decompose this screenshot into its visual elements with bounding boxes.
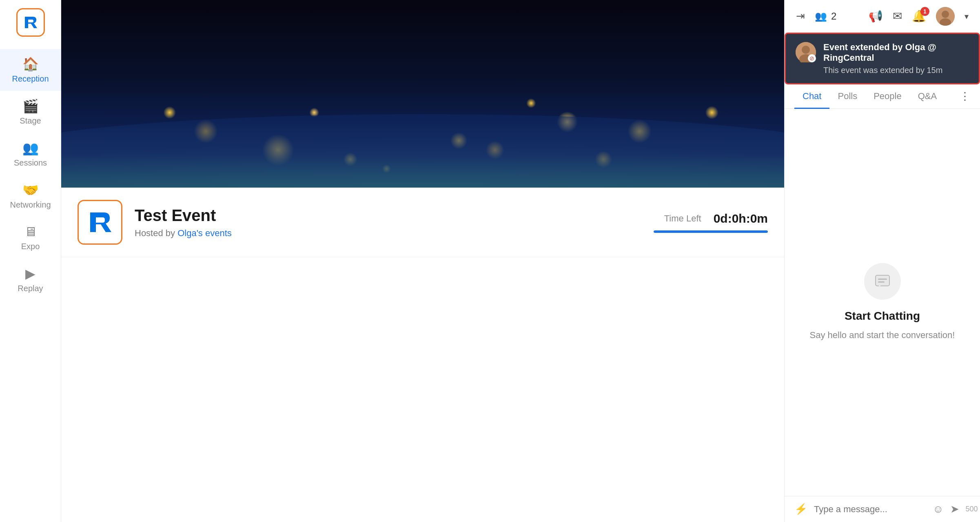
tab-people[interactable]: People: [865, 85, 910, 109]
send-icon[interactable]: ➤: [950, 503, 959, 515]
char-count: 500: [966, 505, 978, 513]
clock-badge-icon: ⊘: [808, 54, 816, 62]
sessions-icon: 👥: [22, 140, 39, 156]
tab-qa[interactable]: Q&A: [910, 85, 945, 109]
stage-icon: 🎬: [22, 98, 39, 114]
emoji-icon[interactable]: ☺: [933, 503, 944, 515]
sidebar-logo[interactable]: [16, 8, 45, 37]
sidebar-item-label: Sessions: [14, 158, 47, 168]
sidebar-item-label: Networking: [10, 200, 51, 210]
svg-rect-9: [876, 275, 889, 286]
toast-title: Event extended by Olga @ RingCentral: [823, 42, 969, 63]
toast-content: Event extended by Olga @ RingCentral Thi…: [823, 42, 969, 75]
notification-badge: 1: [920, 7, 929, 16]
count-value: 2: [831, 11, 836, 22]
event-logo: [78, 200, 122, 245]
top-bar-actions: 📢 ✉ 🔔 1 ▾: [869, 7, 969, 26]
chat-empty-title: Start Chatting: [845, 310, 920, 323]
attendee-count: 👥 2: [815, 11, 836, 22]
svg-point-3: [942, 11, 949, 18]
notification-toast: ⊘ Event extended by Olga @ RingCentral T…: [785, 33, 980, 84]
expo-icon: 🖥: [24, 224, 37, 239]
people-icon: 👥: [815, 11, 827, 22]
replay-icon: ▶: [25, 266, 35, 281]
mail-icon[interactable]: ✉: [893, 9, 902, 23]
panel-tabs: Chat Polls People Q&A ⋮: [785, 84, 980, 109]
home-icon: 🏠: [22, 56, 39, 72]
chat-area: Start Chatting Say hello and start the c…: [785, 109, 980, 496]
sidebar-item-networking[interactable]: 🤝 Networking: [0, 175, 61, 217]
timer-value: 0d:0h:0m: [714, 212, 768, 226]
chat-empty-subtitle: Say hello and start the conversation!: [810, 328, 955, 342]
main-content: Test Event Hosted by Olga's events Time …: [61, 0, 784, 522]
sidebar-item-expo[interactable]: 🖥 Expo: [0, 217, 61, 259]
chevron-down-icon[interactable]: ▾: [964, 11, 969, 21]
event-timer: Time Left 0d:0h:0m: [637, 212, 768, 233]
sidebar-item-label: Stage: [20, 116, 41, 126]
tab-polls[interactable]: Polls: [829, 85, 865, 109]
avatar[interactable]: [936, 7, 955, 26]
tab-chat[interactable]: Chat: [794, 85, 829, 109]
sidebar-item-reception[interactable]: 🏠 Reception: [0, 49, 61, 91]
more-options-icon[interactable]: ⋮: [960, 90, 970, 103]
sidebar-item-label: Replay: [18, 284, 43, 293]
sidebar-item-label: Reception: [12, 74, 49, 84]
toast-avatar: ⊘: [796, 42, 816, 62]
megaphone-icon[interactable]: 📢: [869, 9, 883, 23]
exit-icon[interactable]: ⇥: [796, 10, 805, 22]
timer-progress-bar: [654, 230, 768, 233]
event-host: Hosted by Olga's events: [135, 228, 637, 239]
host-name: Olga's events: [177, 228, 232, 238]
chat-input[interactable]: [814, 504, 926, 515]
lightning-icon[interactable]: ⚡: [794, 503, 807, 515]
svg-rect-10: [878, 279, 887, 280]
sidebar-item-label: Expo: [21, 242, 40, 251]
event-title: Test Event: [135, 206, 637, 225]
top-bar: ⇥ 👥 2 📢 ✉ 🔔 1 ▾: [785, 0, 980, 33]
sidebar: 🏠 Reception 🎬 Stage 👥 Sessions 🤝 Network…: [0, 0, 61, 522]
sidebar-item-replay[interactable]: ▶ Replay: [0, 259, 61, 301]
event-details: Test Event Hosted by Olga's events: [135, 206, 637, 239]
event-info-section: Test Event Hosted by Olga's events Time …: [61, 188, 784, 257]
timer-label: Time Left: [664, 213, 701, 224]
toast-message: This event was extended by 15m: [823, 66, 969, 75]
hero-banner: [61, 0, 784, 188]
svg-point-6: [802, 46, 810, 54]
timer-progress-fill: [654, 230, 768, 233]
chat-empty-icon: [864, 263, 901, 300]
networking-icon: 🤝: [22, 182, 39, 198]
svg-rect-11: [878, 281, 885, 283]
sidebar-item-stage[interactable]: 🎬 Stage: [0, 91, 61, 133]
sidebar-item-sessions[interactable]: 👥 Sessions: [0, 133, 61, 175]
chat-input-area: ⚡ ☺ ➤ 500: [785, 496, 980, 522]
bell-icon[interactable]: 🔔 1: [912, 9, 926, 23]
right-panel: ⇥ 👥 2 📢 ✉ 🔔 1 ▾: [784, 0, 980, 522]
